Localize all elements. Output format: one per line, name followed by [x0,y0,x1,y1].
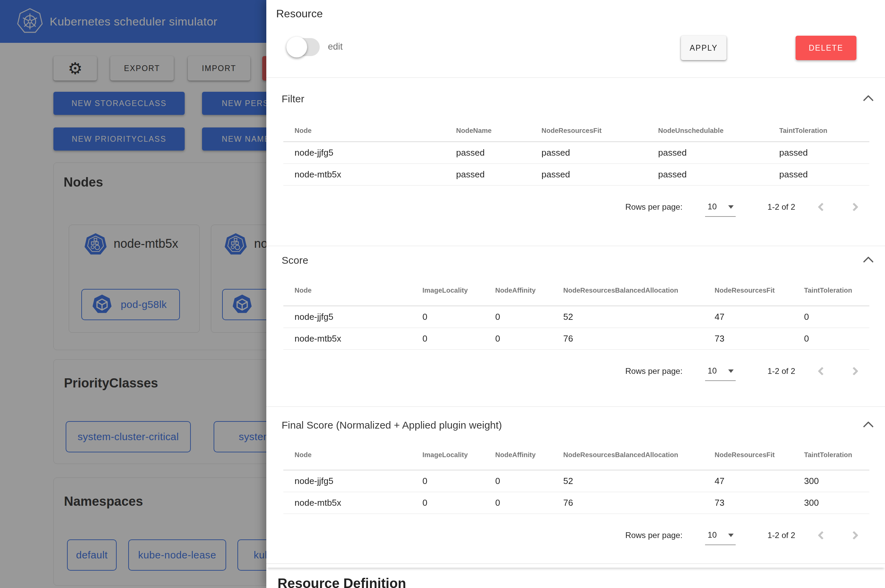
rows-per-page-value: 10 [705,366,717,376]
final-score-table: Node ImageLocality NodeAffinity NodeReso… [283,440,869,514]
table-cell: 0 [411,476,484,486]
score-table: Node ImageLocality NodeAffinity NodeReso… [283,275,869,350]
collapse-final-score-icon[interactable] [863,421,873,432]
table-row: node-mtb5x 0 0 76 73 300 [283,492,869,514]
table-cell: 0 [484,498,552,508]
page-range-label: 1-2 of 2 [768,202,795,212]
table-cell: 76 [552,498,703,508]
table-cell: node-mtb5x [283,498,411,508]
table-cell: passed [768,169,869,180]
column-header: TaintToleration [793,286,869,294]
caret-down-icon [728,534,734,537]
score-section-title: Score [282,255,308,266]
table-cell: 73 [703,333,793,344]
column-header: ImageLocality [411,451,484,459]
score-pagination: Rows per page: 10 1-2 of 2 [283,360,869,382]
table-cell: node-jjfg5 [283,147,445,158]
table-cell: passed [445,169,530,180]
table-row: node-jjfg5 passed passed passed passed [283,142,869,164]
table-cell: 52 [552,476,703,486]
filter-pagination: Rows per page: 10 1-2 of 2 [283,196,869,218]
table-cell: 300 [793,498,869,508]
page-range-label: 1-2 of 2 [768,366,795,376]
table-cell: 0 [411,498,484,508]
divider [266,78,885,78]
table-cell: passed [530,147,647,158]
table-cell: 0 [411,312,484,322]
table-cell: 47 [703,312,793,322]
edit-toggle-label: edit [328,42,343,52]
column-header: TaintToleration [768,127,869,135]
table-cell: node-mtb5x [283,333,411,344]
table-cell: 300 [793,476,869,486]
table-cell: 0 [793,312,869,322]
apply-button[interactable]: APPLY [681,36,727,60]
column-header: NodeUnschedulable [647,127,768,135]
table-cell: 0 [484,312,552,322]
table-cell: node-mtb5x [283,169,445,180]
final-score-table-header: Node ImageLocality NodeAffinity NodeReso… [283,440,869,470]
rows-per-page-label: Rows per page: [625,202,683,212]
table-row: node-jjfg5 0 0 52 47 300 [283,470,869,492]
rows-per-page-select[interactable]: 10 [705,525,736,545]
column-header: NodeResourcesBalancedAllocation [552,286,703,294]
rows-per-page-value: 10 [705,202,717,212]
column-header: NodeResourcesFit [703,451,793,459]
rows-per-page-label: Rows per page: [625,366,683,376]
collapse-filter-icon[interactable] [863,95,873,105]
table-cell: 0 [484,333,552,344]
rows-per-page-value: 10 [705,530,717,540]
next-page-icon[interactable] [850,367,858,375]
table-cell: passed [647,147,768,158]
table-cell: passed [530,169,647,180]
final-score-pagination: Rows per page: 10 1-2 of 2 [283,525,869,546]
previous-page-icon[interactable] [817,367,826,375]
caret-down-icon [728,205,734,209]
resource-drawer: Resource edit APPLY DELETE Filter Node N… [266,0,885,588]
table-row: node-jjfg5 0 0 52 47 0 [283,306,869,328]
drawer-title: Resource [276,8,323,20]
table-cell: node-jjfg5 [283,476,411,486]
collapse-score-icon[interactable] [863,256,873,267]
previous-page-icon[interactable] [817,202,826,211]
table-cell: 52 [552,312,703,322]
rows-per-page-select[interactable]: 10 [705,197,736,217]
previous-page-icon[interactable] [817,531,826,539]
filter-table-header: Node NodeName NodeResourcesFit NodeUnsch… [283,120,869,142]
table-row: node-mtb5x 0 0 76 73 0 [283,328,869,350]
next-page-icon[interactable] [850,531,858,539]
rows-per-page-select[interactable]: 10 [705,361,736,381]
column-header: NodeResourcesFit [703,286,793,294]
column-header: NodeAffinity [484,451,552,459]
table-cell: 76 [552,333,703,344]
column-header: NodeResourcesFit [530,127,647,135]
table-cell: node-jjfg5 [283,312,411,322]
table-cell: passed [768,147,869,158]
delete-button[interactable]: DELETE [796,36,856,60]
resource-definition-title: Resource Definition [278,576,406,588]
table-cell: passed [445,147,530,158]
rows-per-page-label: Rows per page: [625,531,683,540]
table-cell: 47 [703,476,793,486]
edit-toggle-thumb[interactable] [286,37,307,57]
table-cell: 0 [793,333,869,344]
divider [266,406,885,407]
column-header: TaintToleration [793,451,869,459]
column-header: NodeName [445,127,530,135]
score-table-header: Node ImageLocality NodeAffinity NodeReso… [283,275,869,306]
table-cell: passed [647,169,768,180]
table-cell: 0 [484,476,552,486]
filter-table: Node NodeName NodeResourcesFit NodeUnsch… [283,120,869,186]
divider [266,246,885,246]
sheet-bottom-edge [266,564,885,568]
filter-section-title: Filter [282,93,304,105]
page-range-label: 1-2 of 2 [768,531,795,540]
next-page-icon[interactable] [850,202,858,211]
final-score-section-title: Final Score (Normalized + Applied plugin… [282,419,502,431]
column-header: Node [283,127,445,135]
column-header: NodeAffinity [484,286,552,294]
caret-down-icon [728,369,734,373]
column-header: Node [283,286,411,294]
column-header: Node [283,451,411,459]
table-cell: 0 [411,333,484,344]
